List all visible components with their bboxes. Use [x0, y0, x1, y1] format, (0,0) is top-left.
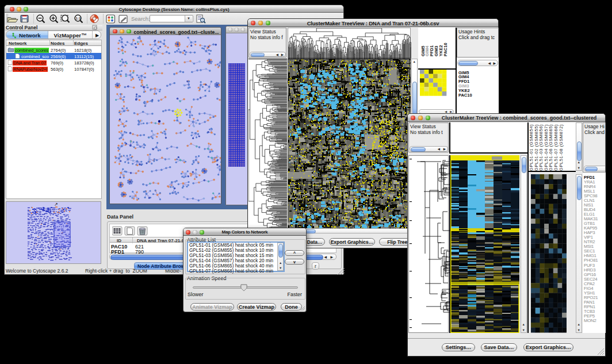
svg-text:GPL51-08 (GSM872): GPL51-08 (GSM872) — [559, 124, 564, 171]
svg-text:PAC10: PAC10 — [443, 43, 448, 56]
svg-text:1:1: 1:1 — [76, 17, 81, 20]
